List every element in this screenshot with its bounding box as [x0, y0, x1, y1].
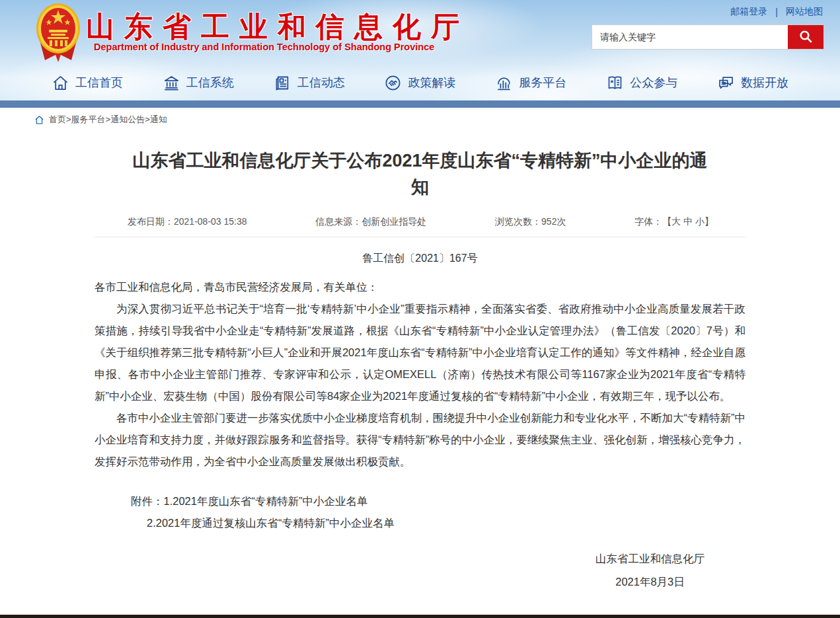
mail-login-link[interactable]: 邮箱登录 — [730, 6, 767, 18]
font-size-options[interactable]: 【大 中 小】 — [662, 216, 714, 227]
nav-label: 政策解读 — [408, 75, 455, 91]
nav-item-news[interactable]: 工信动态 — [274, 74, 345, 92]
paragraph: 各市中小企业主管部门要进一步落实优质中小企业梯度培育机制，围绕提升中小企业创新能… — [95, 407, 745, 473]
search-box — [592, 24, 824, 50]
nav-item-participation[interactable]: 公众参与 — [606, 74, 677, 92]
nav-label: 工信系统 — [186, 75, 234, 91]
home-icon — [52, 74, 69, 92]
view-count: 浏览次数：952次 — [495, 216, 566, 228]
breadcrumb-item-home[interactable]: 首页 — [49, 114, 66, 124]
article-body: 各市工业和信息化局，青岛市民营经济发展局，有关单位： 为深入贯彻习近平总书记关于… — [95, 276, 745, 594]
top-links: 邮箱登录 | 网站地图 — [730, 6, 823, 18]
nav-item-service[interactable]: 服务平台 — [495, 74, 566, 92]
article: 山东省工业和信息化厅关于公布2021年度山东省“专精特新”中小企业的通知 发布日… — [95, 147, 745, 594]
nav-label: 服务平台 — [519, 75, 566, 91]
footer-edge — [0, 615, 840, 618]
site-subtitle: Department of Industry and Information T… — [94, 42, 434, 52]
nav-label: 工信首页 — [75, 75, 123, 91]
main-nav: 工信首页 工信系统 — [0, 65, 840, 100]
site-header: 山东省工业和信息化厅 Department of Industry and In… — [0, 0, 840, 100]
attachment-link-1[interactable]: 1.2021年度山东省“专精特新”中小企业名单 — [164, 495, 368, 507]
national-emblem-logo[interactable] — [34, 2, 82, 63]
book-icon — [606, 74, 624, 92]
top-links-separator: | — [775, 7, 778, 17]
search-icon — [798, 28, 814, 46]
nav-label: 工信动态 — [297, 75, 345, 91]
site-title: 山东省工业和信息化厅 — [86, 8, 469, 46]
attachment-link-2[interactable]: 2.2021年度通过复核山东省“专精特新”中小企业名单 — [147, 517, 395, 529]
chat-icon — [717, 74, 735, 92]
breadcrumb-item-service[interactable]: 服务平台 — [71, 114, 106, 124]
signature-block: 山东省工业和信息化厅 2021年8月3日 — [95, 547, 745, 594]
info-source: 信息来源：创新创业指导处 — [315, 216, 426, 228]
nav-label: 数据开放 — [741, 75, 788, 91]
nav-item-home[interactable]: 工信首页 — [52, 74, 123, 92]
nav-item-system[interactable]: 工信系统 — [163, 74, 234, 92]
publish-date: 发布日期：2021-08-03 15:38 — [128, 216, 247, 228]
paragraph: 为深入贯彻习近平总书记关于“培育一批‘专精特新’中小企业”重要指示精神，全面落实… — [95, 298, 745, 407]
salutation: 各市工业和信息化局，青岛市民营经济发展局，有关单位： — [95, 276, 745, 298]
document-number: 鲁工信创〔2021〕167号 — [95, 252, 745, 266]
nav-label: 公众参与 — [630, 75, 677, 91]
nav-item-policy[interactable]: 政策解读 — [384, 74, 455, 92]
breadcrumb-item-notice[interactable]: 通知 — [150, 114, 167, 124]
bank-icon — [163, 74, 180, 92]
handshake-icon — [384, 74, 402, 92]
breadcrumb-separator: > — [66, 114, 71, 124]
signature-date: 2021年8月3日 — [595, 570, 705, 594]
attachments-label: 附件： — [131, 495, 164, 507]
chart-icon — [495, 74, 513, 92]
nav-bottom-strip — [0, 100, 840, 108]
article-title: 山东省工业和信息化厅关于公布2021年度山东省“专精特新”中小企业的通知 — [131, 147, 709, 200]
breadcrumb-item-notices[interactable]: 通知公告 — [110, 114, 145, 124]
search-button[interactable] — [788, 25, 823, 49]
article-meta: 发布日期：2021-08-03 15:38 信息来源：创新创业指导处 浏览次数：… — [95, 216, 745, 237]
sitemap-link[interactable]: 网站地图 — [786, 6, 823, 18]
news-icon — [274, 74, 291, 92]
font-size-control: 字体：【大 中 小】 — [634, 216, 714, 228]
signature-org: 山东省工业和信息化厅 — [595, 547, 705, 570]
search-input[interactable] — [592, 25, 788, 49]
breadcrumb-home-icon — [34, 115, 44, 125]
nav-item-data[interactable]: 数据开放 — [717, 74, 788, 92]
breadcrumb: 首页>服务平台>通知公告>通知 — [0, 108, 840, 132]
attachments: 附件：1.2021年度山东省“专精特新”中小企业名单 2.2021年度通过复核山… — [95, 490, 745, 534]
breadcrumb-separator: > — [145, 114, 150, 124]
